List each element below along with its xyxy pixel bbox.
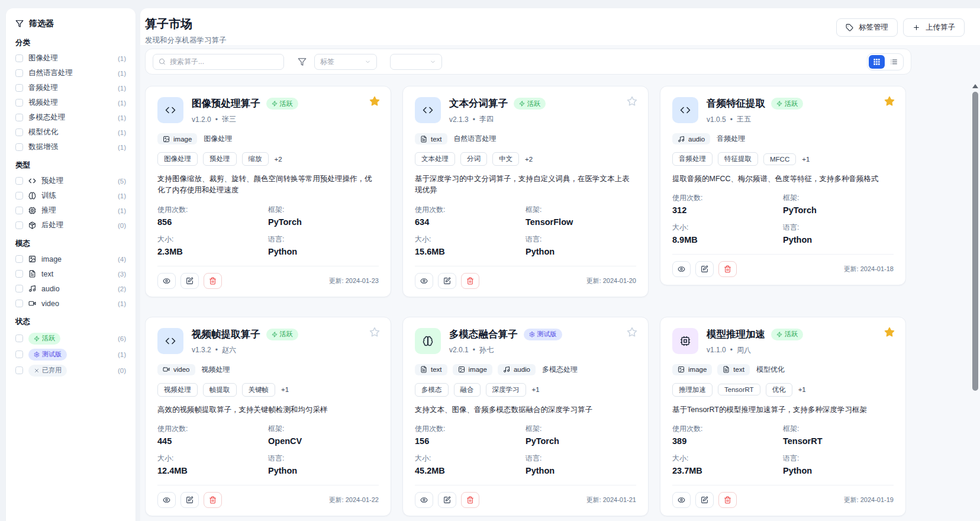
- edit-operator-button[interactable]: [695, 492, 714, 508]
- filter-checkbox[interactable]: [15, 335, 23, 342]
- filter-option[interactable]: 多模态处理(1): [15, 113, 126, 122]
- filter-checkbox[interactable]: [15, 54, 23, 62]
- filter-option-count: (5): [118, 178, 126, 185]
- filter-option[interactable]: 后处理(0): [15, 221, 126, 230]
- filter-option[interactable]: 预处理(5): [15, 176, 126, 185]
- filter-option[interactable]: 训练(1): [15, 191, 126, 200]
- extra-filter-select[interactable]: [390, 54, 442, 70]
- filter-option[interactable]: 活跃(6): [15, 333, 126, 344]
- stat-usage: 使用次数:445: [157, 424, 268, 446]
- delete-operator-button[interactable]: [461, 273, 479, 289]
- edit-operator-button[interactable]: [180, 273, 199, 289]
- filter-checkbox[interactable]: [15, 366, 23, 374]
- tag-filter-select[interactable]: 标签: [314, 54, 377, 70]
- filter-option[interactable]: 已弃用(0): [15, 365, 126, 376]
- filter-option[interactable]: 数据增强(1): [15, 143, 126, 152]
- filter-option[interactable]: 自然语言处理(1): [15, 69, 126, 78]
- filter-option[interactable]: audio(2): [15, 284, 126, 293]
- view-operator-button[interactable]: [157, 492, 176, 508]
- filter-option[interactable]: 模型优化(1): [15, 128, 126, 137]
- edit-operator-button[interactable]: [438, 273, 456, 289]
- filter-option[interactable]: 图像处理(1): [15, 54, 126, 63]
- filter-option-count: (0): [118, 222, 126, 229]
- video-icon: [163, 366, 170, 373]
- filter-option[interactable]: 推理(1): [15, 206, 126, 215]
- view-operator-button[interactable]: [672, 492, 691, 508]
- stat-value: TensorFlow: [526, 217, 636, 227]
- tag-pill: 关键帧: [242, 383, 276, 397]
- filter-checkbox[interactable]: [15, 300, 23, 307]
- modality-row: audio音频处理: [672, 133, 894, 144]
- delete-operator-button[interactable]: [204, 273, 222, 289]
- stat-usage: 使用次数:389: [672, 424, 783, 446]
- filter-checkbox[interactable]: [15, 350, 23, 358]
- filter-option[interactable]: 音频处理(1): [15, 83, 126, 92]
- favorite-star-button[interactable]: [884, 326, 896, 338]
- grid-view-button[interactable]: [869, 55, 885, 69]
- card-head: 多模态融合算子测试版v2.0.1•孙七: [415, 328, 636, 355]
- favorite-star-button[interactable]: [884, 95, 896, 107]
- operator-card: 图像预处理算子活跃v1.2.0•张三image图像处理图像处理预处理缩放+2支持…: [145, 86, 391, 297]
- filter-option[interactable]: video(1): [15, 299, 126, 308]
- status-badge-label: 活跃: [785, 330, 798, 339]
- edit-operator-button[interactable]: [438, 492, 456, 508]
- zap-icon: [776, 332, 782, 337]
- edit-operator-button[interactable]: [695, 261, 714, 277]
- filter-checkbox[interactable]: [15, 128, 23, 136]
- operator-version: v1.2.0: [192, 115, 211, 124]
- upload-operator-button[interactable]: 上传算子: [903, 18, 965, 37]
- tag-manage-button[interactable]: 标签管理: [836, 18, 898, 37]
- stat-value: OpenCV: [268, 436, 379, 446]
- card-title-row: 模型推理加速活跃: [707, 328, 803, 341]
- filter-option[interactable]: 视频处理(1): [15, 98, 126, 107]
- filter-checkbox[interactable]: [15, 192, 23, 200]
- edit-icon: [186, 277, 194, 285]
- filter-checkbox[interactable]: [15, 69, 23, 77]
- filter-option[interactable]: 测试版(1): [15, 349, 126, 360]
- scrollbar-thumb[interactable]: [972, 92, 978, 391]
- favorite-star-button[interactable]: [627, 326, 639, 338]
- list-view-button[interactable]: [886, 55, 902, 69]
- card-head: 音频特征提取活跃v1.0.5•王五: [672, 97, 894, 124]
- filter-checkbox[interactable]: [15, 255, 23, 263]
- filter-checkbox[interactable]: [15, 177, 23, 185]
- stat-value: 634: [415, 217, 526, 227]
- view-operator-button[interactable]: [415, 492, 433, 508]
- filter-checkbox[interactable]: [15, 114, 23, 121]
- status-badge-label: 已弃用: [42, 366, 62, 375]
- edit-operator-button[interactable]: [180, 492, 199, 508]
- filter-checkbox[interactable]: [15, 143, 23, 151]
- filter-checkbox[interactable]: [15, 84, 23, 92]
- delete-operator-button[interactable]: [718, 492, 737, 508]
- operator-stats: 使用次数:312框架:PyTorch大小:8.9MB语言:Python: [672, 193, 894, 245]
- operator-category: 自然语言处理: [454, 134, 497, 144]
- view-operator-button[interactable]: [415, 273, 433, 289]
- operator-author: 孙七: [479, 345, 494, 355]
- filter-option[interactable]: text(3): [15, 269, 126, 278]
- search-input[interactable]: [170, 57, 278, 66]
- delete-operator-button[interactable]: [718, 261, 737, 277]
- filter-checkbox[interactable]: [15, 99, 23, 107]
- favorite-star-button[interactable]: [369, 95, 381, 107]
- filter-checkbox[interactable]: [15, 207, 23, 214]
- favorite-star-button[interactable]: [369, 326, 381, 338]
- operator-type-icon-tile: [672, 328, 698, 354]
- card-title-row: 图像预处理算子活跃: [192, 97, 298, 110]
- filter-section-title: 类型: [15, 160, 126, 171]
- filter-checkbox[interactable]: [15, 221, 23, 229]
- view-operator-button[interactable]: [672, 261, 691, 277]
- view-operator-button[interactable]: [157, 273, 176, 289]
- filter-option[interactable]: image(4): [15, 255, 126, 263]
- funnel-icon: [298, 57, 307, 66]
- favorite-star-button[interactable]: [627, 95, 639, 107]
- card-footer: 更新: 2024-01-20: [415, 273, 636, 289]
- upload-operator-label: 上传算子: [926, 22, 955, 33]
- filter-checkbox[interactable]: [15, 285, 23, 292]
- card-divider: [672, 254, 894, 255]
- filter-checkbox[interactable]: [15, 270, 23, 278]
- delete-operator-button[interactable]: [204, 492, 222, 508]
- scrollbar-up-arrow[interactable]: [972, 84, 978, 88]
- gear-icon: [529, 332, 535, 337]
- delete-operator-button[interactable]: [461, 492, 479, 508]
- star-icon: [884, 327, 895, 337]
